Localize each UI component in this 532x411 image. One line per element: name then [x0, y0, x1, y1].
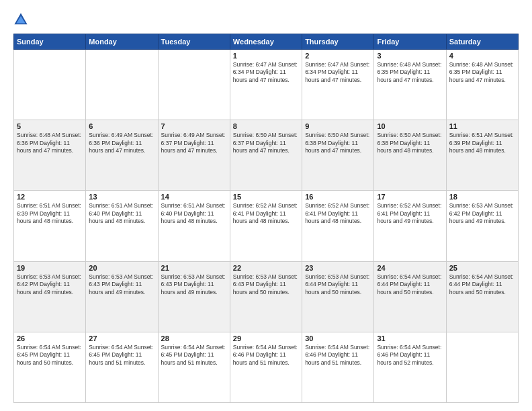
logo — [13, 12, 31, 27]
calendar-cell: 19Sunrise: 6:53 AM Sunset: 6:42 PM Dayli… — [14, 261, 86, 332]
calendar-cell: 20Sunrise: 6:53 AM Sunset: 6:43 PM Dayli… — [86, 261, 158, 332]
calendar-cell: 26Sunrise: 6:54 AM Sunset: 6:45 PM Dayli… — [14, 332, 86, 402]
calendar-cell: 11Sunrise: 6:51 AM Sunset: 6:39 PM Dayli… — [446, 120, 518, 191]
calendar-cell: 15Sunrise: 6:52 AM Sunset: 6:41 PM Dayli… — [230, 191, 302, 261]
day-info: Sunrise: 6:52 AM Sunset: 6:41 PM Dayligh… — [305, 202, 371, 225]
day-number: 16 — [305, 193, 371, 201]
day-number: 14 — [161, 193, 227, 201]
day-info: Sunrise: 6:54 AM Sunset: 6:44 PM Dayligh… — [377, 273, 443, 296]
calendar-cell: 16Sunrise: 6:52 AM Sunset: 6:41 PM Dayli… — [302, 191, 374, 261]
day-info: Sunrise: 6:50 AM Sunset: 6:38 PM Dayligh… — [377, 132, 443, 154]
day-number: 13 — [89, 193, 154, 201]
week-row-1: 1Sunrise: 6:47 AM Sunset: 6:34 PM Daylig… — [14, 50, 519, 120]
logo-icon — [13, 12, 28, 27]
day-info: Sunrise: 6:51 AM Sunset: 6:40 PM Dayligh… — [89, 202, 154, 225]
calendar-cell: 1Sunrise: 6:47 AM Sunset: 6:34 PM Daylig… — [230, 50, 302, 120]
weekday-header-thursday: Thursday — [302, 34, 374, 50]
day-number: 3 — [377, 52, 443, 60]
calendar-cell: 2Sunrise: 6:47 AM Sunset: 6:34 PM Daylig… — [302, 50, 374, 120]
day-info: Sunrise: 6:49 AM Sunset: 6:37 PM Dayligh… — [161, 132, 227, 154]
calendar-cell: 10Sunrise: 6:50 AM Sunset: 6:38 PM Dayli… — [374, 120, 446, 191]
calendar-cell — [14, 50, 86, 120]
week-row-2: 5Sunrise: 6:48 AM Sunset: 6:36 PM Daylig… — [14, 120, 519, 191]
calendar-cell: 8Sunrise: 6:50 AM Sunset: 6:37 PM Daylig… — [230, 120, 302, 191]
weekday-header-row: SundayMondayTuesdayWednesdayThursdayFrid… — [14, 34, 519, 50]
calendar-cell: 28Sunrise: 6:54 AM Sunset: 6:45 PM Dayli… — [158, 332, 230, 402]
day-info: Sunrise: 6:48 AM Sunset: 6:35 PM Dayligh… — [449, 61, 515, 84]
day-number: 26 — [17, 334, 83, 342]
day-number: 17 — [377, 193, 443, 201]
weekday-header-wednesday: Wednesday — [230, 34, 302, 50]
weekday-header-saturday: Saturday — [446, 34, 518, 50]
day-info: Sunrise: 6:54 AM Sunset: 6:45 PM Dayligh… — [161, 344, 227, 367]
day-number: 30 — [305, 334, 371, 342]
calendar-cell: 17Sunrise: 6:52 AM Sunset: 6:41 PM Dayli… — [374, 191, 446, 261]
calendar-cell: 27Sunrise: 6:54 AM Sunset: 6:45 PM Dayli… — [86, 332, 158, 402]
day-number: 7 — [161, 122, 227, 130]
day-number: 11 — [449, 122, 515, 130]
day-info: Sunrise: 6:54 AM Sunset: 6:44 PM Dayligh… — [449, 273, 515, 296]
week-row-4: 19Sunrise: 6:53 AM Sunset: 6:42 PM Dayli… — [14, 261, 519, 332]
day-info: Sunrise: 6:51 AM Sunset: 6:40 PM Dayligh… — [161, 202, 227, 225]
day-info: Sunrise: 6:53 AM Sunset: 6:43 PM Dayligh… — [89, 273, 154, 296]
week-row-3: 12Sunrise: 6:51 AM Sunset: 6:39 PM Dayli… — [14, 191, 519, 261]
calendar-cell: 18Sunrise: 6:53 AM Sunset: 6:42 PM Dayli… — [446, 191, 518, 261]
day-info: Sunrise: 6:49 AM Sunset: 6:36 PM Dayligh… — [89, 132, 154, 154]
calendar-cell: 25Sunrise: 6:54 AM Sunset: 6:44 PM Dayli… — [446, 261, 518, 332]
calendar-cell: 24Sunrise: 6:54 AM Sunset: 6:44 PM Dayli… — [374, 261, 446, 332]
calendar-cell: 9Sunrise: 6:50 AM Sunset: 6:38 PM Daylig… — [302, 120, 374, 191]
day-info: Sunrise: 6:54 AM Sunset: 6:45 PM Dayligh… — [17, 344, 83, 367]
day-info: Sunrise: 6:54 AM Sunset: 6:45 PM Dayligh… — [89, 344, 154, 367]
day-number: 20 — [89, 264, 154, 272]
header — [13, 12, 519, 27]
calendar-cell: 30Sunrise: 6:54 AM Sunset: 6:46 PM Dayli… — [302, 332, 374, 402]
calendar-cell: 6Sunrise: 6:49 AM Sunset: 6:36 PM Daylig… — [86, 120, 158, 191]
calendar-cell: 31Sunrise: 6:54 AM Sunset: 6:46 PM Dayli… — [374, 332, 446, 402]
day-info: Sunrise: 6:50 AM Sunset: 6:38 PM Dayligh… — [305, 132, 371, 154]
calendar-cell: 22Sunrise: 6:53 AM Sunset: 6:43 PM Dayli… — [230, 261, 302, 332]
calendar-cell: 7Sunrise: 6:49 AM Sunset: 6:37 PM Daylig… — [158, 120, 230, 191]
calendar-body: 1Sunrise: 6:47 AM Sunset: 6:34 PM Daylig… — [14, 50, 519, 403]
calendar-cell: 5Sunrise: 6:48 AM Sunset: 6:36 PM Daylig… — [14, 120, 86, 191]
day-info: Sunrise: 6:47 AM Sunset: 6:34 PM Dayligh… — [305, 61, 371, 84]
day-number: 24 — [377, 264, 443, 272]
day-number: 18 — [449, 193, 515, 201]
day-info: Sunrise: 6:53 AM Sunset: 6:43 PM Dayligh… — [233, 273, 299, 296]
week-row-5: 26Sunrise: 6:54 AM Sunset: 6:45 PM Dayli… — [14, 332, 519, 402]
calendar-cell: 21Sunrise: 6:53 AM Sunset: 6:43 PM Dayli… — [158, 261, 230, 332]
day-number: 28 — [161, 334, 227, 342]
day-number: 29 — [233, 334, 299, 342]
day-number: 12 — [17, 193, 83, 201]
day-number: 25 — [449, 264, 515, 272]
day-info: Sunrise: 6:54 AM Sunset: 6:46 PM Dayligh… — [305, 344, 371, 367]
day-number: 8 — [233, 122, 299, 130]
day-info: Sunrise: 6:52 AM Sunset: 6:41 PM Dayligh… — [233, 202, 299, 225]
day-info: Sunrise: 6:53 AM Sunset: 6:42 PM Dayligh… — [17, 273, 83, 296]
calendar-cell — [158, 50, 230, 120]
day-number: 9 — [305, 122, 371, 130]
weekday-header-tuesday: Tuesday — [158, 34, 230, 50]
day-number: 27 — [89, 334, 154, 342]
day-number: 5 — [17, 122, 83, 130]
day-number: 4 — [449, 52, 515, 60]
calendar-cell: 3Sunrise: 6:48 AM Sunset: 6:35 PM Daylig… — [374, 50, 446, 120]
day-info: Sunrise: 6:54 AM Sunset: 6:46 PM Dayligh… — [233, 344, 299, 367]
calendar-cell: 29Sunrise: 6:54 AM Sunset: 6:46 PM Dayli… — [230, 332, 302, 402]
page: SundayMondayTuesdayWednesdayThursdayFrid… — [0, 0, 532, 411]
day-info: Sunrise: 6:51 AM Sunset: 6:39 PM Dayligh… — [17, 202, 83, 225]
day-number: 23 — [305, 264, 371, 272]
calendar-cell: 13Sunrise: 6:51 AM Sunset: 6:40 PM Dayli… — [86, 191, 158, 261]
day-info: Sunrise: 6:47 AM Sunset: 6:34 PM Dayligh… — [233, 61, 299, 84]
day-info: Sunrise: 6:50 AM Sunset: 6:37 PM Dayligh… — [233, 132, 299, 154]
day-info: Sunrise: 6:53 AM Sunset: 6:42 PM Dayligh… — [449, 202, 515, 225]
day-number: 1 — [233, 52, 299, 60]
day-info: Sunrise: 6:48 AM Sunset: 6:35 PM Dayligh… — [377, 61, 443, 84]
day-info: Sunrise: 6:52 AM Sunset: 6:41 PM Dayligh… — [377, 202, 443, 225]
day-info: Sunrise: 6:53 AM Sunset: 6:44 PM Dayligh… — [305, 273, 371, 296]
calendar-cell: 12Sunrise: 6:51 AM Sunset: 6:39 PM Dayli… — [14, 191, 86, 261]
day-info: Sunrise: 6:48 AM Sunset: 6:36 PM Dayligh… — [17, 132, 83, 154]
day-number: 31 — [377, 334, 443, 342]
weekday-header-monday: Monday — [86, 34, 158, 50]
day-number: 6 — [89, 122, 154, 130]
day-number: 2 — [305, 52, 371, 60]
